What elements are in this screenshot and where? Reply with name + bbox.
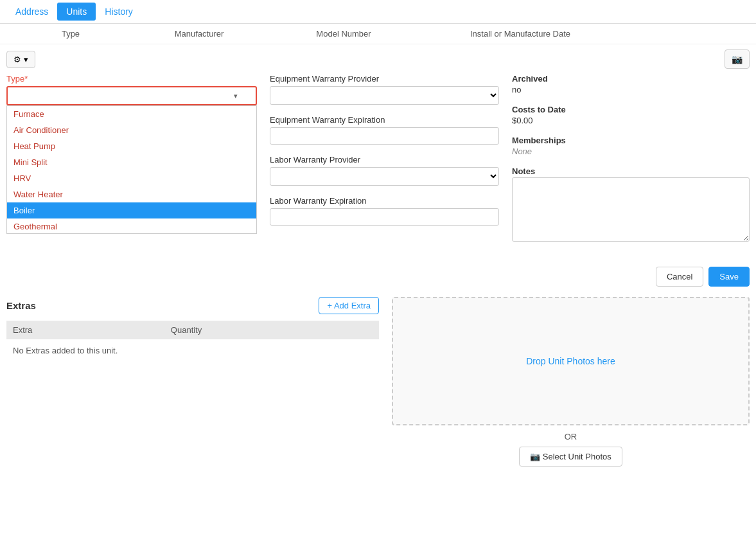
col-header-manufacturer: Manufacturer <box>135 29 263 39</box>
form-col-mid: Equipment Warranty Provider Equipment Wa… <box>270 74 499 254</box>
equip-warranty-provider-select[interactable] <box>270 86 499 105</box>
type-option-hrv[interactable]: HRV <box>7 170 256 186</box>
costs-to-date-value: $0.00 <box>512 116 750 125</box>
type-option-boiler[interactable]: Boiler <box>7 202 256 218</box>
camera-photo-icon: 📷 <box>530 452 540 461</box>
memberships-group: Memberships None <box>512 136 750 156</box>
buttons-row: Cancel Save <box>0 260 756 297</box>
dropdown-arrow-icon: ▾ <box>234 92 238 100</box>
type-option-mini-split[interactable]: Mini Split <box>7 154 256 170</box>
top-nav: Address Units History <box>0 0 756 24</box>
labor-warranty-expiration-input[interactable] <box>270 208 499 226</box>
tab-units[interactable]: Units <box>57 3 96 21</box>
toolbar-row: ⚙ ▾ 📷 <box>0 44 756 74</box>
extras-col: Extras + Add Extra Extra Quantity No Ext… <box>6 297 379 467</box>
equip-warranty-expiration-group: Equipment Warranty Expiration <box>270 115 499 145</box>
form-area: Type* ▾ Furnace Air Conditioner Heat Pum… <box>0 74 756 260</box>
type-option-water-heater[interactable]: Water Heater <box>7 186 256 202</box>
extras-table: Extra Quantity No Extras added to this u… <box>6 321 379 362</box>
type-dropdown-wrapper: ▾ Furnace Air Conditioner Heat Pump Mini… <box>6 86 257 105</box>
gear-icon: ⚙ <box>13 55 21 64</box>
archived-label: Archived <box>512 74 750 84</box>
extras-title: Extras <box>6 300 36 311</box>
type-option-heat-pump[interactable]: Heat Pump <box>7 138 256 154</box>
costs-to-date-group: Costs to Date $0.00 <box>512 105 750 125</box>
archived-group: Archived no <box>512 74 750 94</box>
notes-group: Notes <box>512 166 750 244</box>
cancel-button[interactable]: Cancel <box>656 267 703 287</box>
camera-icon: 📷 <box>732 54 743 64</box>
equip-warranty-provider-group: Equipment Warranty Provider <box>270 74 499 105</box>
type-dropdown-list: Furnace Air Conditioner Heat Pump Mini S… <box>6 105 257 234</box>
bottom-section: Extras + Add Extra Extra Quantity No Ext… <box>0 297 756 467</box>
equip-warranty-provider-label: Equipment Warranty Provider <box>270 74 499 84</box>
type-field-group: Type* ▾ Furnace Air Conditioner Heat Pum… <box>6 74 257 105</box>
labor-warranty-provider-label: Labor Warranty Provider <box>270 155 499 165</box>
notes-textarea[interactable] <box>512 177 750 242</box>
select-photos-label: Select Unit Photos <box>543 452 611 461</box>
col-header-model: Model Number <box>263 29 424 39</box>
select-photos-button[interactable]: 📷 Select Unit Photos <box>519 447 622 467</box>
type-option-furnace[interactable]: Furnace <box>7 106 256 122</box>
extras-empty-row: No Extras added to this unit. <box>6 339 379 362</box>
labor-warranty-provider-select[interactable] <box>270 167 499 186</box>
photo-drop-area[interactable]: Drop Unit Photos here <box>392 297 750 425</box>
tab-address[interactable]: Address <box>6 3 57 21</box>
col-header-date: Install or Manufacture Date <box>424 29 617 39</box>
type-option-geothermal[interactable]: Geothermal <box>7 218 256 234</box>
extras-col-quantity-header: Quantity <box>164 321 379 339</box>
photo-or-text: OR <box>392 432 750 441</box>
archived-value: no <box>512 85 750 94</box>
notes-label: Notes <box>512 166 750 176</box>
memberships-value: None <box>512 147 750 156</box>
memberships-label: Memberships <box>512 136 750 145</box>
form-col-right: Archived no Costs to Date $0.00 Membersh… <box>512 74 750 254</box>
camera-toolbar-button[interactable]: 📷 <box>725 49 750 69</box>
tab-history[interactable]: History <box>96 3 142 21</box>
costs-to-date-label: Costs to Date <box>512 105 750 114</box>
photos-col: Drop Unit Photos here OR 📷 Select Unit P… <box>392 297 750 467</box>
column-headers: Type Manufacturer Model Number Install o… <box>0 24 756 44</box>
labor-warranty-expiration-group: Labor Warranty Expiration <box>270 196 499 226</box>
extras-col-extra-header: Extra <box>6 321 164 339</box>
col-header-type: Type <box>6 29 135 39</box>
gear-button[interactable]: ⚙ ▾ <box>6 51 35 68</box>
extras-header: Extras + Add Extra <box>6 297 379 314</box>
labor-warranty-provider-group: Labor Warranty Provider <box>270 155 499 186</box>
photo-drop-text: Drop Unit Photos here <box>526 356 615 366</box>
type-label: Type* <box>6 74 257 84</box>
save-button[interactable]: Save <box>708 267 750 287</box>
labor-warranty-expiration-label: Labor Warranty Expiration <box>270 196 499 206</box>
equip-warranty-expiration-input[interactable] <box>270 127 499 145</box>
extras-empty-message: No Extras added to this unit. <box>6 339 379 362</box>
equip-warranty-expiration-label: Equipment Warranty Expiration <box>270 115 499 125</box>
form-col-left: Type* ▾ Furnace Air Conditioner Heat Pum… <box>6 74 257 254</box>
caret-icon: ▾ <box>24 55 28 64</box>
type-option-air-conditioner[interactable]: Air Conditioner <box>7 122 256 138</box>
add-extra-button[interactable]: + Add Extra <box>319 297 379 314</box>
type-select-display[interactable]: ▾ <box>6 86 257 105</box>
